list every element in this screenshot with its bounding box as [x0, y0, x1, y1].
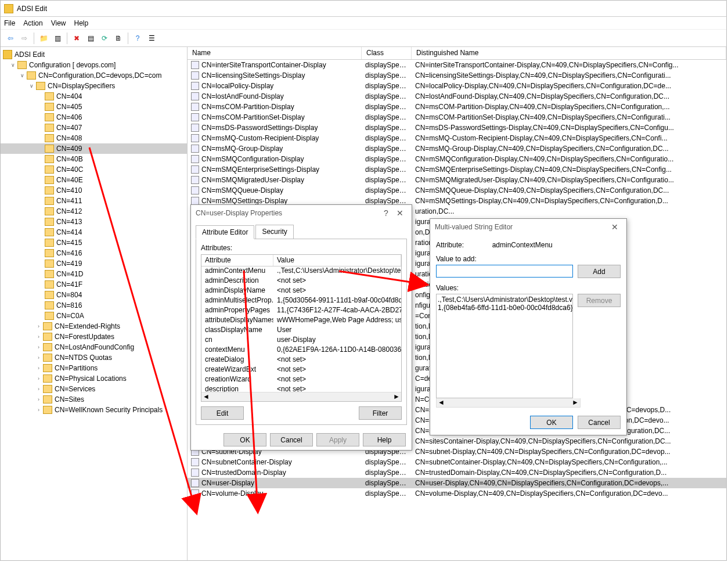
list-row[interactable]: CN=user-DisplaydisplaySpecif...CN=user-D… [188, 478, 726, 488]
tree-item[interactable]: ›CN=Services [1, 384, 187, 394]
menu-help[interactable]: Help [74, 19, 89, 27]
tree-item[interactable]: ›CN=LostAndFoundConfig [1, 342, 187, 352]
tree-root[interactable]: ADSI Edit [1, 49, 187, 60]
tree-item[interactable]: CN=40E [1, 175, 187, 185]
tree-displayspecifiers[interactable]: ∨CN=DisplaySpecifiers [1, 81, 187, 91]
value-item[interactable]: .,Test,C:\Users\Administrator\Desktop\te… [438, 296, 571, 304]
add-button[interactable]: Add [578, 265, 621, 278]
col-dn[interactable]: Distinguished Name [412, 47, 726, 59]
list-row[interactable]: CN=trustedDomain-DisplaydisplaySpecif...… [188, 467, 726, 478]
attribute-row[interactable]: creationWizard<not set> [201, 375, 401, 385]
tab-security[interactable]: Security [255, 225, 293, 239]
cancel-button[interactable]: Cancel [578, 416, 621, 429]
help-button[interactable]: Help [363, 433, 406, 446]
chevron-down-icon[interactable]: ∨ [19, 73, 26, 79]
list-row[interactable]: CN=mSMQMigratedUser-DisplaydisplaySpecif… [188, 175, 726, 185]
refresh-button[interactable]: ⟳ [98, 32, 111, 45]
header-value[interactable]: Value [273, 255, 401, 266]
attribute-row[interactable]: createDialog<not set> [201, 355, 401, 365]
tree-item[interactable]: CN=414 [1, 227, 187, 237]
scroll-left-icon[interactable]: ◄ [438, 398, 445, 407]
col-name[interactable]: Name [188, 47, 362, 59]
menu-file[interactable]: File [4, 19, 15, 27]
attributes-table[interactable]: Attribute Value adminContextMenu.,Test,C… [201, 254, 402, 402]
scroll-right-icon[interactable]: ► [393, 392, 400, 401]
tree-item[interactable]: CN=410 [1, 185, 187, 196]
menu-view[interactable]: View [51, 19, 66, 27]
chevron-right-icon[interactable]: › [35, 386, 42, 392]
attribute-row[interactable]: classDisplayNameUser [201, 326, 401, 336]
scroll-left-icon[interactable]: ◄ [203, 392, 210, 401]
tree-item[interactable]: ›CN=Extended-Rights [1, 321, 187, 332]
dialog-title-bar[interactable]: CN=user-Display Properties ?✕ [191, 205, 412, 221]
up-button[interactable]: 📁 [37, 32, 50, 45]
tree-item[interactable]: ›CN=Physical Locations [1, 373, 187, 384]
list-row[interactable]: CN=msCOM-PartitionSet-DisplaydisplaySpec… [188, 112, 726, 123]
tree-item[interactable]: CN=40B [1, 154, 187, 164]
tree-item[interactable]: CN=804 [1, 290, 187, 300]
tree-item[interactable]: CN=416 [1, 248, 187, 258]
attribute-row[interactable]: adminContextMenu.,Test,C:\Users\Administ… [201, 266, 401, 276]
tree-item[interactable]: ›CN=Sites [1, 394, 187, 405]
back-button[interactable]: ⇦ [4, 32, 17, 45]
attribute-row[interactable]: adminDisplayName<not set> [201, 286, 401, 296]
help-icon[interactable]: ? [379, 208, 393, 218]
chevron-right-icon[interactable]: › [35, 355, 42, 361]
chevron-right-icon[interactable]: › [35, 365, 42, 372]
attribute-row[interactable]: cnuser-Display [201, 336, 401, 345]
list-row[interactable]: CN=mSMQQueue-DisplaydisplaySpecif...CN=m… [188, 185, 726, 196]
multivalue-editor-dialog[interactable]: Multi-valued String Editor ✕ Attribute: … [430, 218, 627, 435]
forward-button[interactable]: ⇨ [18, 32, 31, 45]
tree-item[interactable]: CN=413 [1, 217, 187, 227]
chevron-down-icon[interactable]: ∨ [10, 62, 16, 69]
tree-item[interactable]: CN=411 [1, 196, 187, 206]
chevron-right-icon[interactable]: › [35, 407, 42, 413]
attribute-row[interactable]: attributeDisplayNameswWWHomePage,Web Pag… [201, 316, 401, 326]
chevron-right-icon[interactable]: › [35, 334, 42, 340]
list-row[interactable]: CN=volume-DisplaydisplaySpecif...CN=volu… [188, 488, 726, 499]
edit-button[interactable]: Edit [201, 406, 244, 420]
value-item[interactable]: 1,{08eb4fa6-6ffd-11d1-b0e0-00c04fd8dca6} [438, 304, 571, 312]
values-scrollbar[interactable]: ◄► [436, 398, 581, 408]
list-row[interactable]: CN=localPolicy-DisplaydisplaySpecif...CN… [188, 81, 726, 91]
list-row[interactable]: CN=licensingSiteSettings-DisplaydisplayS… [188, 70, 726, 81]
tree-item[interactable]: CN=405 [1, 102, 187, 112]
tree-item[interactable]: ›CN=WellKnown Security Principals [1, 405, 187, 415]
list-row[interactable]: CN=mSMQEnterpriseSettings-Displaydisplay… [188, 164, 726, 175]
tree-item[interactable]: CN=419 [1, 258, 187, 269]
chevron-right-icon[interactable]: › [35, 397, 42, 403]
chevron-right-icon[interactable]: › [35, 376, 42, 382]
values-listbox[interactable]: .,Test,C:\Users\Administrator\Desktop\te… [436, 294, 573, 398]
cancel-button[interactable]: Cancel [270, 433, 313, 446]
list-row[interactable]: CN=msDS-PasswordSettings-DisplaydisplayS… [188, 123, 726, 133]
tree-item[interactable]: CN=41D [1, 269, 187, 279]
tree-configuration[interactable]: ∨Configuration [ devops.com] [1, 60, 187, 70]
tree-item[interactable]: CN=816 [1, 300, 187, 311]
delete-button[interactable]: ✖ [70, 32, 83, 45]
help-button[interactable]: ? [131, 32, 144, 45]
list-row[interactable]: CN=mSMQConfiguration-DisplaydisplaySpeci… [188, 154, 726, 164]
tree-item[interactable]: CN=406 [1, 112, 187, 123]
value-to-add-input[interactable] [436, 265, 573, 278]
tree-pane[interactable]: ADSI Edit ∨Configuration [ devops.com] ∨… [1, 47, 188, 560]
tab-attribute-editor[interactable]: Attribute Editor [196, 225, 254, 239]
scroll-right-icon[interactable]: ► [572, 398, 579, 407]
close-icon[interactable]: ✕ [393, 208, 407, 218]
tree-item[interactable]: ›CN=NTDS Quotas [1, 352, 187, 363]
attribute-row[interactable]: contextMenu0,{62AE1F9A-126A-11D0-A14B-08… [201, 345, 401, 355]
tree-item[interactable]: CN=408 [1, 133, 187, 143]
list-row[interactable]: CN=interSiteTransportContainer-Displaydi… [188, 60, 726, 70]
ok-button[interactable]: OK [530, 416, 573, 429]
ok-button[interactable]: OK [224, 433, 266, 446]
filter-button[interactable]: Filter [359, 406, 402, 420]
header-attribute[interactable]: Attribute [201, 255, 273, 266]
export-button[interactable]: 🗎 [112, 32, 125, 45]
tree-item[interactable]: ›CN=Partitions [1, 363, 187, 373]
options-button[interactable]: ☰ [145, 32, 158, 45]
chevron-right-icon[interactable]: › [35, 344, 42, 351]
list-row[interactable]: CN=msCOM-Partition-DisplaydisplaySpecif.… [188, 102, 726, 112]
attribute-row[interactable]: adminPropertyPages11,{C7436F12-A27F-4cab… [201, 306, 401, 316]
properties-dialog[interactable]: CN=user-Display Properties ?✕ Attribute … [190, 204, 412, 451]
tree-item[interactable]: ›CN=ForestUpdates [1, 332, 187, 342]
tree-cnconfig[interactable]: ∨CN=Configuration,DC=devops,DC=com [1, 70, 187, 81]
